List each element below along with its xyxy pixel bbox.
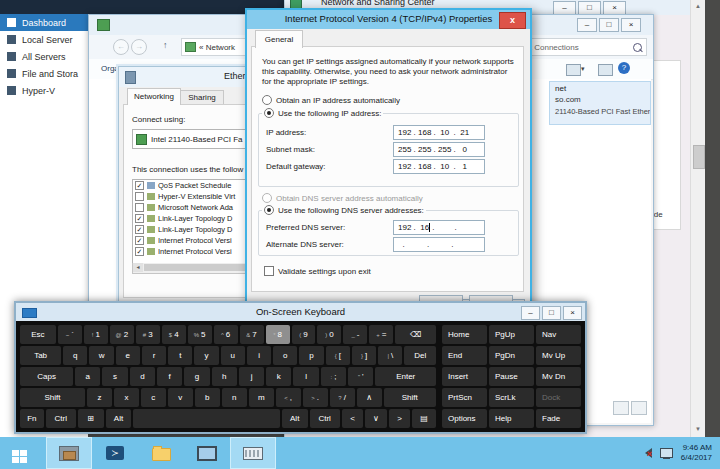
checkbox[interactable]: ✓ [135,181,144,190]
nsc-minimize-button[interactable]: – [553,1,576,15]
key-alt[interactable]: Alt [106,409,132,428]
key-z[interactable]: z [87,388,112,407]
radio-obtain-ip[interactable]: Obtain an IP address automatically [262,95,400,105]
tab-general[interactable]: General [255,30,303,48]
key-dock[interactable]: Dock [536,388,581,407]
taskbar-button-on-screen-keyboard[interactable] [230,437,276,469]
osk-maximize-button[interactable]: □ [542,306,561,320]
key-blank[interactable]: |\ [378,346,402,365]
key-nav[interactable]: Nav [536,325,581,344]
back-icon[interactable]: ← [113,39,129,55]
key-1[interactable]: !1 [84,325,108,344]
key-m[interactable]: m [249,388,274,407]
key-options[interactable]: Options [442,409,487,428]
sidebar-item-file-and-stora[interactable]: File and Stora [0,65,88,82]
close-icon[interactable]: x [499,12,526,29]
taskbar-button-powershell[interactable]: ≻ [92,437,138,469]
radio-obtain-dns[interactable]: Obtain DNS server address automatically [262,193,423,203]
sidebar-item-dashboard[interactable]: Dashboard [0,14,88,31]
default-gateway-field[interactable]: 192 . 168 . 10 . 1 [393,159,485,174]
subnet-mask-field[interactable]: 255 . 255 . 255 . 0 [393,142,485,157]
key-c[interactable]: c [141,388,166,407]
key-end[interactable]: End [442,346,487,365]
radio-use-ip[interactable]: Use the following IP address: [262,108,383,118]
checkbox[interactable] [135,192,144,201]
key-esc[interactable]: Esc [20,325,56,344]
key-arrow-up[interactable]: ∧ [357,388,382,407]
nc-maximize-button[interactable]: □ [599,18,619,32]
key-d[interactable]: d [130,367,155,386]
key-0[interactable]: )0 [317,325,341,344]
checkbox[interactable] [135,203,144,212]
key-3[interactable]: #3 [136,325,160,344]
preview-pane-icon[interactable] [598,64,613,76]
nsc-close-button[interactable]: × [603,1,626,15]
osk-titlebar[interactable]: On-Screen Keyboard [16,303,585,321]
key-del[interactable]: Del [404,346,436,365]
key-blank[interactable]: :; [321,367,346,386]
key-space[interactable] [133,409,279,428]
key-k[interactable]: k [266,367,291,386]
key-backspace[interactable]: ⌫ [395,325,436,344]
key-mv-up[interactable]: Mv Up [536,346,581,365]
key-p[interactable]: p [299,346,323,365]
sidebar-item-local-server[interactable]: Local Server [0,31,88,48]
key-i[interactable]: i [247,346,271,365]
key-blank[interactable]: }] [352,346,376,365]
key-arrow-left[interactable]: < [342,409,364,428]
key-pgup[interactable]: PgUp [489,325,534,344]
taskbar-button-computer[interactable] [184,437,230,469]
key-mv-dn[interactable]: Mv Dn [536,367,581,386]
key-7[interactable]: &7 [240,325,264,344]
key-v[interactable]: v [168,388,193,407]
nc-close-button[interactable]: × [621,18,641,32]
view-toggle-list-icon[interactable] [613,401,629,415]
key-ctrl[interactable]: Ctrl [46,409,76,428]
key-tab[interactable]: Tab [20,346,61,365]
radio-use-dns[interactable]: Use the following DNS server addresses: [262,205,426,215]
checkbox[interactable]: ✓ [135,225,144,234]
key-blank[interactable]: {[ [326,346,350,365]
key-h[interactable]: h [212,367,237,386]
checkbox[interactable]: ✓ [135,214,144,223]
taskbar-clock[interactable]: 9:46 AM 6/4/2017 [681,443,712,463]
taskbar-button-start[interactable] [0,437,46,469]
scroll-left-icon[interactable]: ◂ [133,263,143,272]
key-arrow-right[interactable]: > [389,409,411,428]
key-o[interactable]: o [273,346,297,365]
key-s[interactable]: s [102,367,127,386]
key-help[interactable]: Help [489,409,534,428]
sidebar-item-hyper-v[interactable]: Hyper-V [0,82,88,99]
checkbox[interactable]: ✓ [135,247,144,256]
taskbar-button-file-explorer[interactable] [138,437,184,469]
key-dock[interactable]: ▤ [412,409,436,428]
key-blank[interactable]: += [369,325,393,344]
key-n[interactable]: n [222,388,247,407]
key-blank[interactable]: ?/ [330,388,355,407]
tab-sharing[interactable]: Sharing [180,90,224,105]
key-insert[interactable]: Insert [442,367,487,386]
key-y[interactable]: y [194,346,218,365]
key-blank[interactable]: <, [276,388,301,407]
key-scrlk[interactable]: ScrLk [489,388,534,407]
key-g[interactable]: g [184,367,209,386]
key-l[interactable]: l [293,367,318,386]
key-caps[interactable]: Caps [20,367,73,386]
network-tray-icon[interactable] [660,448,673,458]
nc-minimize-button[interactable]: – [577,18,597,32]
scrollbar-down-icon[interactable]: ▼ [691,423,705,436]
key-windows[interactable]: ⊞ [78,409,104,428]
key-r[interactable]: r [142,346,166,365]
key-f[interactable]: f [157,367,182,386]
key-u[interactable]: u [221,346,245,365]
scrollbar-up-icon[interactable]: ▲ [691,0,705,13]
key-alt[interactable]: Alt [282,409,308,428]
key-2[interactable]: @2 [110,325,134,344]
alternate-dns-field[interactable]: . . . [393,237,485,252]
key-shift[interactable]: Shift [20,388,85,407]
ip-address-field[interactable]: 192 . 168 . 10 . 21 [393,125,485,140]
key-4[interactable]: $4 [162,325,186,344]
preferred-dns-field[interactable]: 192 . 16 . . [393,220,485,235]
key-ctrl[interactable]: Ctrl [310,409,340,428]
key-fade[interactable]: Fade [536,409,581,428]
